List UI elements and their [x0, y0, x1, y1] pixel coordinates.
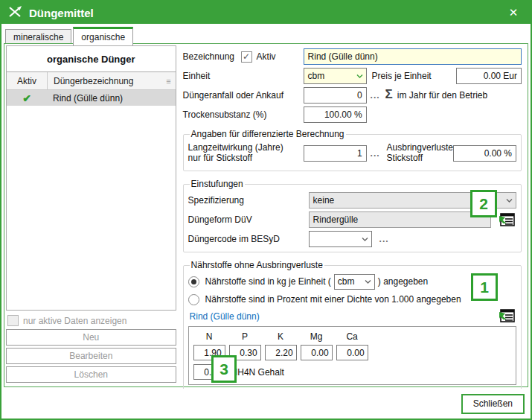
duengercode-select[interactable] — [309, 231, 372, 247]
dialog-footer: Schließen — [1, 389, 531, 419]
anfall-more-button[interactable]: ... — [371, 90, 380, 101]
duengercode-row: Düngercode im BESyD ... — [188, 231, 516, 247]
tab-strip: mineralische organische — [1, 25, 531, 45]
tab-page-organische: organische Dünger Aktiv Düngerbezeichnun… — [4, 43, 528, 387]
edit-button[interactable]: Bearbeiten — [6, 348, 176, 364]
chevron-down-icon — [356, 73, 363, 80]
selected-fertilizer-name: Rind (Gülle dünn) — [190, 311, 260, 322]
einheit-label: Einheit — [183, 71, 304, 81]
selected-fertilizer-row: Rind (Gülle dünn) — [190, 309, 516, 323]
list-import-icon — [499, 213, 515, 227]
diff-group: Angaben für differenzierte Berechnung La… — [183, 129, 522, 171]
naehrstoffe-legend: Nährstoffe ohne Ausbringverluste — [190, 260, 324, 270]
chevron-down-icon — [362, 236, 368, 243]
nutrient-picker-button[interactable] — [499, 309, 515, 323]
radio-kg-label-pre: Nährstoffe sind in kg je Einheit ( — [205, 276, 331, 287]
ca-input[interactable]: 0.00 — [336, 345, 368, 360]
langzeit-label-line1: Langzeitwirkung (Jahre) — [188, 142, 283, 153]
list-import-icon — [499, 309, 515, 323]
sort-icon[interactable]: ≡ — [166, 77, 170, 86]
header-k: K — [265, 331, 297, 342]
nutrient-table: N P K Mg Ca 1.90 0.30 2.20 0.00 0.00 — [188, 326, 516, 385]
nutrient-headers: N P K Mg Ca — [193, 331, 510, 342]
radio-kg-label-post: ) angegeben — [378, 276, 428, 287]
ausbring-label-line1: Ausbringverluste — [387, 142, 453, 153]
chevron-down-icon — [506, 197, 513, 204]
mg-input[interactable]: 0.00 — [301, 345, 333, 360]
bezeichnung-label: Bezeichnung — [183, 51, 237, 62]
ausbring-label-line2: Stickstoff — [387, 153, 423, 163]
einheit-select[interactable]: cbm — [304, 68, 367, 84]
left-panel: organische Dünger Aktiv Düngerbezeichnun… — [4, 44, 178, 386]
bezeichnung-row: Bezeichnung ✓ Aktiv Rind (Gülle dünn) — [183, 48, 522, 65]
filter-active-row: nur aktive Daten anzeigen — [7, 315, 176, 326]
filter-active-checkbox[interactable] — [7, 315, 19, 326]
langzeit-row: Langzeitwirkung (Jahre) nur für Sticksto… — [188, 142, 516, 165]
trockensubstanz-row: Trockensubstanz (%) 100.00 % — [183, 106, 522, 123]
ausbring-label: Ausbringverluste Stickstoff — [387, 143, 453, 164]
column-header-aktiv[interactable]: Aktiv — [7, 76, 47, 86]
header-n: N — [193, 331, 225, 342]
duengercode-more-button[interactable]: ... — [379, 234, 389, 244]
chevron-down-icon — [365, 279, 371, 285]
einheit-row: Einheit cbm Preis je Einheit 0.00 Eur — [183, 68, 522, 84]
nutrient-values: 1.90 0.30 2.20 0.00 0.00 — [193, 345, 510, 360]
header-mg: Mg — [301, 331, 333, 342]
anfall-label: Düngeranfall oder Ankauf — [183, 90, 304, 101]
trockensubstanz-input[interactable]: 100.00 % — [304, 106, 367, 123]
fertilizer-list: organische Dünger Aktiv Düngerbezeichnun… — [6, 45, 176, 311]
sum-sigma-icon[interactable]: Σ — [385, 87, 393, 102]
trockensubstanz-label: Trockensubstanz (%) — [183, 109, 304, 120]
delete-button[interactable]: Löschen — [6, 366, 176, 383]
title-bar: Düngemittel ✕ — [1, 1, 531, 24]
nh4n-label: NH4N Gehalt — [231, 367, 284, 378]
bezeichnung-input[interactable]: Rind (Gülle dünn) — [304, 48, 522, 65]
tab-organische[interactable]: organische — [73, 27, 133, 45]
active-check-icon: ✔ — [7, 92, 47, 104]
radio-prozent-row: Nährstoffe sind in Prozent mit einer Dic… — [188, 291, 516, 308]
langzeit-input[interactable]: 1 — [304, 145, 367, 162]
duengeform-label: Düngeform DüV — [188, 214, 309, 225]
duengeform-picker-button[interactable] — [499, 213, 515, 227]
annotation-marker-3: 3 — [211, 355, 237, 383]
radio-kg-unit-select[interactable]: cbm — [334, 274, 375, 290]
schliessen-button[interactable]: Schließen — [461, 394, 525, 414]
einstufungen-legend: Einstufungen — [190, 179, 245, 189]
nh4n-row: 0.90 NH4N Gehalt — [193, 364, 510, 380]
preis-input[interactable]: 0.00 Eur — [456, 68, 522, 84]
bezeichnung-label-zone: Bezeichnung ✓ Aktiv — [183, 51, 304, 63]
langzeit-label: Langzeitwirkung (Jahre) nur für Sticksto… — [188, 143, 304, 164]
list-empty-area — [7, 106, 176, 310]
anfall-input[interactable]: 0 — [304, 87, 367, 104]
list-title: organische Dünger — [7, 46, 176, 72]
duengercode-label: Düngercode im BESyD — [188, 234, 309, 244]
aktiv-checkbox[interactable]: ✓ — [241, 51, 252, 63]
new-button[interactable]: Neu — [6, 329, 176, 346]
duengeform-input[interactable]: Rindergülle — [309, 211, 491, 228]
column-header-name[interactable]: Düngerbezeichnung ≡ — [47, 72, 176, 89]
annotation-marker-2: 2 — [470, 190, 497, 217]
radio-prozent-label: Nährstoffe sind in Prozent mit einer Dic… — [205, 294, 461, 305]
radio-prozent[interactable] — [188, 294, 199, 305]
radio-kg[interactable] — [188, 276, 199, 287]
header-p: P — [229, 331, 261, 342]
radio-kg-unit-value: cbm — [338, 276, 355, 287]
filter-active-label: nur aktive Daten anzeigen — [23, 316, 126, 326]
close-icon[interactable]: ✕ — [503, 6, 524, 19]
list-item-name: Rind (Gülle dünn) — [47, 93, 176, 104]
duengemittel-dialog: Düngemittel ✕ mineralische organische or… — [0, 0, 532, 420]
k-input[interactable]: 2.20 — [265, 345, 297, 360]
spezifizierung-label: Spezifizierung — [188, 195, 309, 206]
duengeform-row: Düngeform DüV Rindergülle — [188, 211, 516, 228]
langzeit-more-button[interactable]: ... — [371, 148, 380, 159]
list-header-row: Aktiv Düngerbezeichnung ≡ — [7, 72, 176, 90]
langzeit-label-line2: nur für Stickstoff — [188, 153, 252, 163]
ausbring-input[interactable]: 0.00 % — [453, 145, 516, 162]
app-logo-icon — [8, 6, 23, 20]
radio-kg-row: Nährstoffe sind in kg je Einheit ( cbm )… — [188, 273, 516, 290]
diff-group-legend: Angaben für differenzierte Berechnung — [190, 129, 346, 139]
spezifizierung-value: keine — [313, 195, 335, 206]
anfall-row: Düngeranfall oder Ankauf 0 ... Σ im Jahr… — [183, 87, 522, 104]
spezifizierung-row: Spezifizierung keine — [188, 192, 516, 209]
list-item-rind[interactable]: ✔ Rind (Gülle dünn) — [7, 90, 176, 106]
